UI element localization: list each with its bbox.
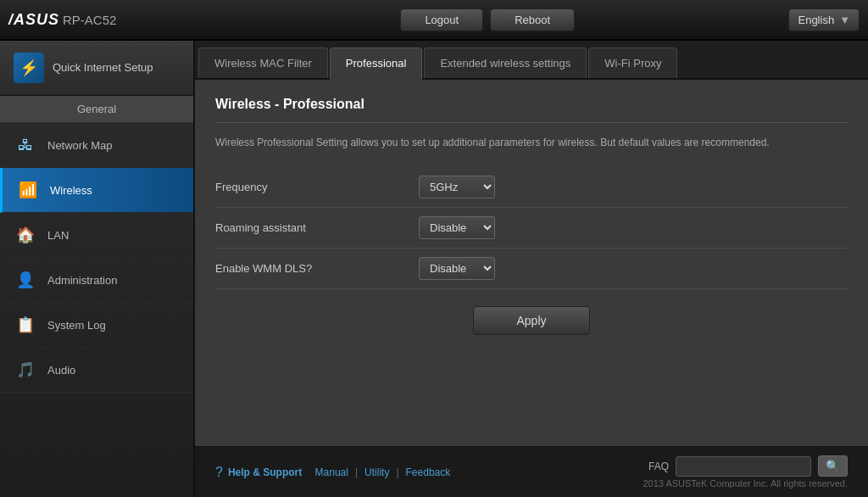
tab-wifi-proxy[interactable]: Wi-Fi Proxy — [588, 47, 677, 78]
frequency-select[interactable]: 5GHz 2.4GHz — [419, 176, 495, 198]
sidebar-item-label: System Log — [47, 319, 106, 332]
quick-setup-icon: ⚡ — [14, 53, 44, 83]
faq-label: FAQ — [648, 461, 669, 472]
help-icon: ? — [215, 465, 223, 480]
panel-description: Wireless Professional Setting allows you… — [215, 135, 848, 150]
administration-icon: 👤 — [14, 268, 37, 292]
system-log-icon: 📋 — [14, 313, 37, 337]
feedback-link[interactable]: Feedback — [406, 466, 451, 478]
panel-divider — [215, 122, 848, 123]
chevron-down-icon: ▼ — [839, 14, 850, 26]
language-label: English — [798, 14, 834, 26]
faq-search-button[interactable]: 🔍 — [818, 455, 848, 477]
sidebar-item-label: LAN — [47, 229, 69, 242]
tabs-bar: Wireless MAC Filter Professional Extende… — [195, 41, 868, 80]
logo-model: RP-AC52 — [63, 13, 116, 27]
apply-button[interactable]: Apply — [473, 306, 589, 335]
faq-area: FAQ 🔍 — [648, 455, 848, 477]
sidebar-item-lan[interactable]: 🏠 LAN — [0, 213, 193, 258]
frequency-control: 5GHz 2.4GHz — [419, 176, 495, 198]
reboot-button[interactable]: Reboot — [490, 8, 575, 31]
sidebar-item-label: Network Map — [47, 139, 113, 152]
sidebar-item-administration[interactable]: 👤 Administration — [0, 258, 193, 303]
sidebar-item-label: Administration — [47, 274, 117, 287]
logo-brand: /ASUS — [8, 11, 59, 29]
panel: Wireless - Professional Wireless Profess… — [195, 80, 868, 446]
help-support-label: Help & Support — [228, 466, 302, 478]
roaming-assistant-select[interactable]: Disable Enable — [419, 216, 495, 239]
sidebar-item-wireless[interactable]: 📶 Wireless — [0, 168, 193, 213]
content-area: Wireless MAC Filter Professional Extende… — [195, 41, 868, 497]
quick-internet-setup-button[interactable]: ⚡ Quick Internet Setup — [0, 41, 193, 96]
roaming-assistant-label: Roaming assistant — [215, 221, 419, 234]
footer-right-area: FAQ 🔍 2013 ASUSTeK Computer Inc. All rig… — [643, 455, 848, 489]
general-section-header: General — [0, 96, 193, 123]
roaming-assistant-control: Disable Enable — [419, 216, 495, 239]
sidebar-item-network-map[interactable]: 🖧 Network Map — [0, 123, 193, 168]
enable-wmm-dls-select[interactable]: Disable Enable — [419, 257, 495, 280]
faq-search-input[interactable] — [676, 456, 811, 477]
setting-enable-wmm-dls: Enable WMM DLS? Disable Enable — [215, 248, 848, 289]
language-selector[interactable]: English ▼ — [788, 8, 860, 31]
apply-section: Apply — [215, 306, 848, 335]
tab-extended-wireless-settings[interactable]: Extended wireless settings — [424, 47, 587, 78]
wireless-icon: 📶 — [16, 178, 40, 202]
panel-title: Wireless - Professional — [215, 97, 848, 112]
utility-link[interactable]: Utility — [364, 466, 389, 478]
sidebar-item-audio[interactable]: 🎵 Audio — [0, 348, 193, 393]
audio-icon: 🎵 — [14, 358, 37, 382]
sidebar-item-system-log[interactable]: 📋 System Log — [0, 303, 193, 348]
enable-wmm-dls-control: Disable Enable — [419, 257, 495, 280]
lan-icon: 🏠 — [14, 223, 37, 247]
logo-area: /ASUS RP-AC52 — [8, 11, 186, 29]
header-buttons: Logout Reboot — [186, 8, 788, 31]
tab-professional[interactable]: Professional — [330, 47, 423, 80]
sidebar-item-label: Audio — [47, 364, 75, 377]
logout-button[interactable]: Logout — [400, 8, 483, 31]
network-map-icon: 🖧 — [14, 133, 37, 157]
footer: ? Help & Support Manual | Utility | Feed… — [195, 446, 868, 497]
sidebar: ⚡ Quick Internet Setup General 🖧 Network… — [0, 41, 195, 497]
manual-link[interactable]: Manual — [315, 466, 348, 478]
main-layout: ⚡ Quick Internet Setup General 🖧 Network… — [0, 41, 868, 497]
header: /ASUS RP-AC52 Logout Reboot English ▼ — [0, 0, 868, 41]
copyright-text: 2013 ASUSTeK Computer Inc. All rights re… — [643, 478, 848, 489]
enable-wmm-dls-label: Enable WMM DLS? — [215, 262, 419, 275]
footer-left: ? Help & Support Manual | Utility | Feed… — [215, 465, 450, 480]
setting-roaming-assistant: Roaming assistant Disable Enable — [215, 208, 848, 248]
tab-wireless-mac-filter[interactable]: Wireless MAC Filter — [198, 47, 328, 78]
quick-setup-label: Quick Internet Setup — [53, 61, 153, 75]
setting-frequency: Frequency 5GHz 2.4GHz — [215, 167, 848, 208]
sidebar-item-label: Wireless — [50, 184, 92, 197]
frequency-label: Frequency — [215, 181, 419, 193]
